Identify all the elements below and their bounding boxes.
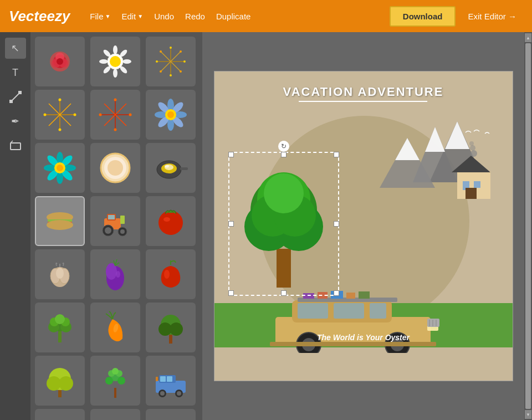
svg-point-131 (117, 377, 125, 385)
icon-fireworks-blue[interactable] (146, 37, 196, 86)
icon-tractor[interactable] (90, 196, 140, 246)
main-area: ↖ T ✒ (0, 32, 532, 420)
toolbar: ↖ T ✒ (0, 32, 30, 420)
svg-rect-183 (370, 303, 386, 319)
download-button[interactable]: Download (390, 6, 456, 27)
selected-tree[interactable]: ↻ (231, 155, 336, 293)
icon-frying-pan[interactable] (146, 143, 196, 193)
icon-rose[interactable] (35, 37, 85, 86)
icon-tree-small[interactable] (146, 303, 196, 352)
svg-line-54 (104, 104, 115, 115)
logo: Vecteezy (9, 8, 70, 25)
svg-point-47 (59, 129, 62, 131)
svg-line-55 (115, 104, 126, 115)
svg-point-100 (120, 229, 125, 234)
icon-panel[interactable] (30, 32, 202, 420)
file-chevron-icon: ▼ (105, 13, 111, 19)
menu-file[interactable]: File ▼ (86, 9, 114, 23)
handle-bottom-left[interactable] (228, 290, 234, 296)
svg-point-84 (108, 160, 123, 176)
scroll-up-arrow[interactable]: ▲ (525, 33, 531, 42)
handle-mid-right[interactable] (334, 221, 339, 227)
scroll-down-arrow[interactable]: ▼ (525, 410, 531, 419)
handle-bottom-mid[interactable] (281, 290, 287, 296)
icon-pepper[interactable] (146, 249, 196, 299)
icon-flower-teal[interactable] (35, 143, 85, 193)
svg-point-140 (160, 391, 165, 396)
svg-marker-168 (425, 127, 445, 152)
canvas-area[interactable]: VACATION ADVENTURE (202, 32, 524, 420)
icon-tomato[interactable] (146, 196, 196, 246)
icon-garlic[interactable] (35, 249, 85, 299)
handle-bottom-right[interactable] (334, 290, 339, 296)
svg-point-16 (99, 59, 108, 64)
svg-rect-199 (270, 342, 436, 346)
handle-top-left[interactable] (228, 152, 234, 157)
menu-edit[interactable]: Edit ▼ (118, 9, 146, 23)
svg-line-43 (60, 104, 71, 115)
handle-mid-left[interactable] (228, 221, 234, 227)
text-tool-button[interactable]: T (5, 62, 26, 83)
select-tool-button[interactable]: ↖ (5, 38, 26, 59)
svg-rect-112 (58, 331, 62, 342)
svg-rect-181 (298, 303, 328, 319)
scroll-thumb[interactable] (525, 43, 531, 409)
icon-eggplant[interactable] (90, 249, 140, 299)
svg-point-207 (264, 173, 304, 213)
icon-tree-yellow[interactable] (35, 356, 85, 406)
handle-top-right[interactable] (334, 152, 339, 157)
pen-tool-button[interactable]: ✒ (5, 111, 26, 132)
icon-plate[interactable] (90, 143, 140, 193)
svg-point-81 (57, 165, 63, 171)
menu-redo[interactable]: Redo (182, 9, 208, 23)
svg-point-89 (165, 165, 169, 168)
node-tool-icon (9, 91, 22, 103)
svg-point-118 (55, 314, 65, 324)
svg-point-130 (105, 377, 113, 385)
svg-line-57 (115, 115, 126, 126)
icon-sandwich[interactable] (35, 196, 85, 246)
node-tool-button[interactable] (5, 86, 26, 107)
icon-fireworks-yellow[interactable] (35, 90, 85, 140)
svg-rect-193 (359, 291, 370, 299)
svg-point-37 (180, 70, 182, 73)
svg-rect-174 (474, 181, 480, 188)
svg-point-48 (44, 114, 47, 116)
svg-point-103 (163, 217, 170, 222)
right-scrollbar[interactable]: ▲ ▼ (524, 32, 532, 420)
svg-line-56 (104, 115, 115, 126)
icon-person[interactable] (146, 409, 196, 420)
exit-editor-button[interactable]: Exit Editor → (461, 7, 523, 25)
header-actions: Download Exit Editor → (390, 6, 523, 27)
svg-point-110 (116, 271, 120, 278)
svg-point-93 (47, 220, 73, 230)
menu-undo[interactable]: Undo (151, 9, 177, 23)
rotate-handle[interactable]: ↻ (278, 141, 289, 152)
svg-line-26 (161, 52, 171, 62)
handle-top-mid[interactable] (281, 152, 287, 157)
svg-point-59 (114, 129, 117, 131)
svg-rect-143 (156, 377, 158, 381)
svg-point-32 (156, 60, 158, 63)
canvas[interactable]: VACATION ADVENTURE (214, 71, 513, 381)
svg-point-13 (110, 56, 121, 67)
svg-rect-195 (427, 319, 439, 327)
svg-rect-120 (169, 335, 172, 344)
icon-car-red[interactable] (35, 409, 85, 420)
svg-rect-86 (180, 167, 188, 170)
svg-point-176 (470, 150, 477, 157)
icon-broccoli[interactable] (35, 303, 85, 352)
svg-line-44 (49, 115, 60, 126)
svg-line-29 (171, 62, 181, 71)
menu-duplicate[interactable]: Duplicate (213, 9, 254, 23)
shape-tool-button[interactable] (5, 135, 26, 156)
icon-car-blue[interactable] (90, 409, 140, 420)
svg-point-111 (164, 270, 170, 279)
icon-van[interactable] (146, 356, 196, 406)
svg-point-30 (170, 47, 172, 49)
icon-sun[interactable] (90, 37, 140, 86)
icon-flower-blue[interactable] (146, 90, 196, 140)
icon-herbs[interactable] (90, 356, 140, 406)
icon-carrot[interactable] (90, 303, 140, 352)
icon-fireworks-red[interactable] (90, 90, 140, 140)
